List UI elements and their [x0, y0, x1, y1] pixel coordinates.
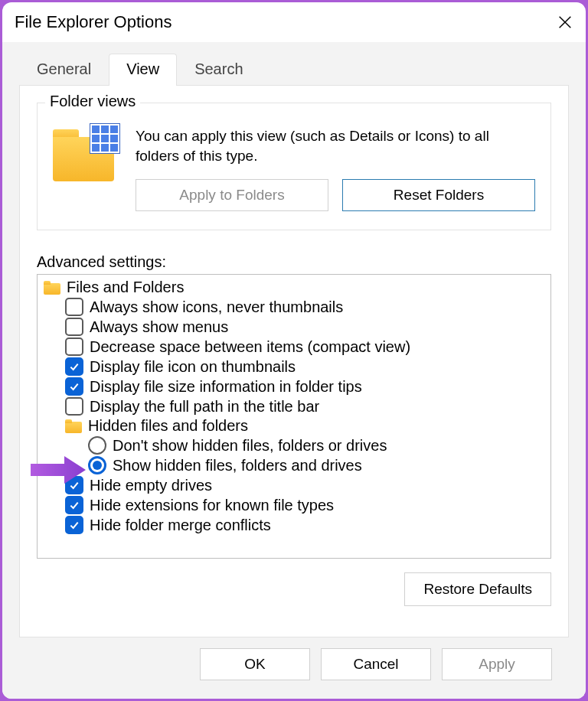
tab-general[interactable]: General [19, 54, 109, 86]
setting-always-menus[interactable]: Always show menus [41, 317, 550, 337]
window-title: File Explorer Options [15, 12, 172, 32]
apply-to-folders-button: Apply to Folders [136, 179, 328, 211]
tree-group-label: Files and Folders [67, 279, 184, 296]
setting-full-path[interactable]: Display the full path in the title bar [41, 396, 550, 416]
tab-strip: General View Search [19, 53, 569, 85]
checkbox[interactable] [65, 318, 83, 336]
setting-always-icons[interactable]: Always show icons, never thumbnails [41, 297, 550, 317]
dialog-body: General View Search Folder views You can… [2, 42, 586, 699]
ok-button[interactable]: OK [200, 648, 310, 680]
tree-group-label: Hidden files and folders [88, 417, 248, 435]
setting-label: Decrease space between items (compact vi… [90, 338, 410, 356]
setting-label: Always show menus [90, 318, 228, 336]
radio-show-hidden[interactable]: Show hidden files, folders and drives [41, 455, 550, 475]
cancel-button[interactable]: Cancel [321, 648, 431, 680]
checkbox[interactable] [65, 397, 83, 416]
setting-label: Hide folder merge conflicts [90, 517, 271, 534]
folder-views-legend: Folder views [45, 93, 140, 110]
checkbox[interactable] [65, 298, 83, 316]
checkbox[interactable] [65, 516, 83, 534]
setting-label: Hide empty drives [90, 477, 212, 494]
reset-folders-button[interactable]: Reset Folders [342, 179, 535, 211]
radio[interactable] [88, 436, 106, 455]
setting-label: Display file icon on thumbnails [90, 358, 296, 376]
advanced-settings-tree[interactable]: Files and Folders Always show icons, nev… [37, 274, 551, 559]
setting-hide-merge-conflicts[interactable]: Hide folder merge conflicts [41, 515, 550, 535]
setting-compact-view[interactable]: Decrease space between items (compact vi… [41, 337, 550, 357]
setting-size-tips[interactable]: Display file size information in folder … [41, 377, 550, 396]
apply-button: Apply [442, 648, 552, 680]
close-icon[interactable] [557, 14, 573, 31]
setting-label: Don't show hidden files, folders or driv… [113, 437, 387, 455]
folder-views-desc: You can apply this view (such as Details… [136, 126, 535, 165]
titlebar: File Explorer Options [2, 2, 586, 42]
advanced-settings-label: Advanced settings: [37, 253, 551, 271]
restore-defaults-button[interactable]: Restore Defaults [404, 572, 551, 606]
setting-hide-extensions[interactable]: Hide extensions for known file types [41, 495, 550, 515]
folder-icon [44, 281, 60, 295]
setting-hide-empty-drives[interactable]: Hide empty drives [41, 475, 550, 495]
checkbox[interactable] [65, 496, 83, 514]
folder-views-group: Folder views You can apply this view (su… [37, 103, 551, 230]
tree-group-hidden: Hidden files and folders [41, 416, 550, 435]
folder-icon [65, 419, 82, 433]
checkbox[interactable] [65, 337, 83, 356]
dialog-footer: OK Cancel Apply [19, 637, 569, 686]
tab-search[interactable]: Search [177, 54, 260, 86]
setting-label: Display file size information in folder … [90, 378, 362, 396]
radio-dont-show-hidden[interactable]: Don't show hidden files, folders or driv… [41, 435, 550, 455]
folder-icon [53, 126, 117, 181]
setting-label: Display the full path in the title bar [90, 398, 319, 416]
setting-label: Show hidden files, folders and drives [113, 457, 362, 474]
checkbox[interactable] [65, 357, 83, 376]
file-explorer-options-window: File Explorer Options General View Searc… [2, 2, 586, 699]
setting-label: Hide extensions for known file types [90, 497, 334, 514]
tree-group-files-and-folders: Files and Folders [41, 278, 550, 297]
radio[interactable] [88, 456, 106, 474]
checkbox[interactable] [65, 476, 83, 494]
checkbox[interactable] [65, 377, 83, 396]
setting-file-icon-thumb[interactable]: Display file icon on thumbnails [41, 357, 550, 377]
tab-view[interactable]: View [109, 54, 177, 86]
tabpanel-view: Folder views You can apply this view (su… [19, 85, 569, 637]
setting-label: Always show icons, never thumbnails [90, 298, 343, 316]
